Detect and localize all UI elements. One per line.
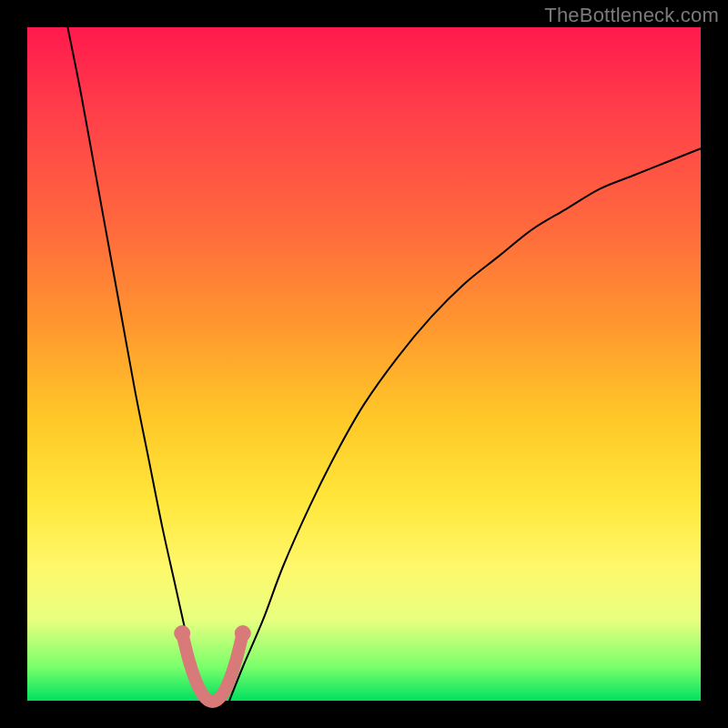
curve-layer xyxy=(27,27,701,701)
curve-right-branch xyxy=(229,148,701,701)
chart-frame: TheBottleneck.com xyxy=(0,0,728,728)
valley-dot-right xyxy=(235,625,251,642)
valley-dot-left xyxy=(174,625,190,642)
curve-left-branch xyxy=(67,27,202,701)
watermark-text: TheBottleneck.com xyxy=(544,4,719,27)
plot-area xyxy=(27,27,701,701)
